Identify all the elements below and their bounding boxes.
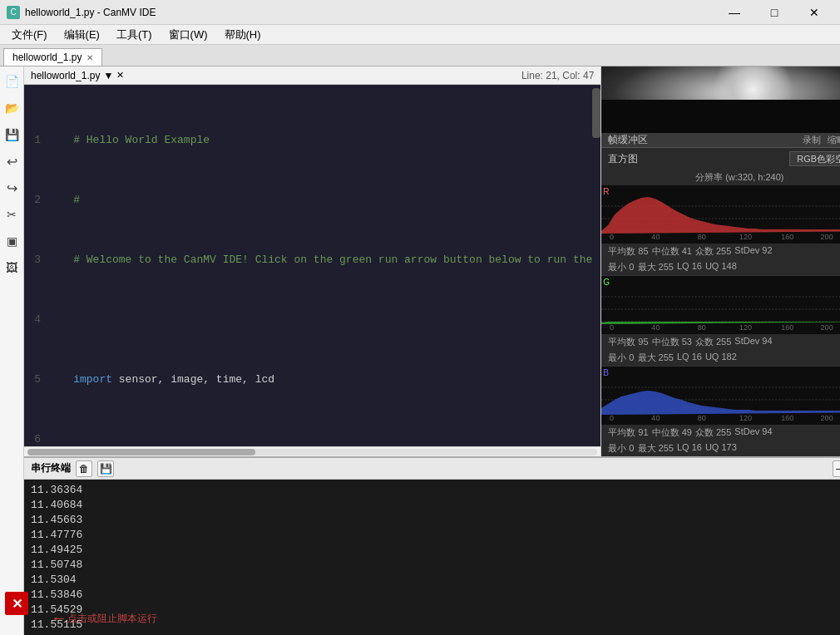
terminal-minimize-button[interactable]: —	[833, 460, 840, 477]
svg-text:0: 0	[610, 323, 614, 332]
blue-channel-stats-1: 平均数 91 中位数 49 众数 255 StDev 94	[601, 425, 840, 441]
histogram-header: 直方图 RGB色彩空间	[601, 148, 840, 170]
svg-text:80: 80	[698, 414, 706, 422]
window-title: helloworld_1.py - CanMV IDE	[25, 7, 156, 18]
menu-tools[interactable]: 工具(T)	[108, 26, 161, 44]
terminal-clear-button[interactable]: 🗑	[76, 460, 92, 477]
code-line-4: 4	[24, 313, 592, 327]
right-panel: 帧缓冲区 录制 缩略 禁用 直方图 RGB色彩空间 分辨率	[601, 66, 840, 456]
color-space-select[interactable]: RGB色彩空间	[789, 151, 840, 166]
svg-text:80: 80	[698, 323, 706, 332]
histogram-green-channel: G 0 40 80 120 160 200 240	[601, 276, 840, 367]
stop-hint: ← 点击或阻止脚本运行	[54, 609, 157, 628]
stop-run-button[interactable]: ✕	[5, 592, 28, 615]
terminal-content[interactable]: 11.36364 11.40684 11.45663 11.47776 11.4…	[24, 480, 840, 635]
window-controls: — □ ✕	[715, 0, 833, 25]
h-scrollbar-track[interactable]	[27, 449, 597, 455]
framebuffer-label: 帧缓冲区	[608, 133, 648, 147]
editor-scrollbar[interactable]	[592, 85, 600, 446]
blue-lq: LQ 16	[677, 442, 702, 455]
code-line-5: 5 import sensor, image, time, lcd	[24, 372, 592, 387]
terminal-save-button[interactable]: 💾	[97, 460, 114, 477]
file-tab-helloworld[interactable]: helloworld_1.py ✕	[3, 48, 102, 66]
green-stdev: StDev 94	[734, 336, 772, 348]
green-histogram-canvas: G 0 40 80 120 160 200 240	[601, 276, 840, 334]
svg-text:160: 160	[782, 233, 794, 241]
red-mode: 众数 255	[695, 245, 731, 258]
svg-marker-21	[601, 278, 840, 324]
editor-close-icon[interactable]: ✕	[116, 70, 124, 81]
stop-hint-text: 点击或阻止脚本运行	[67, 612, 157, 626]
shrink-button[interactable]: 缩略	[828, 134, 840, 146]
terminal-title: 串行终端	[31, 461, 71, 475]
green-histogram-svg: 0 40 80 120 160 200 240	[601, 276, 840, 334]
red-min: 最小 0	[608, 261, 634, 273]
histogram-subheader: 分辨率 (w:320, h:240)	[601, 170, 840, 185]
svg-text:200: 200	[821, 233, 833, 241]
red-median: 中位数 41	[652, 245, 692, 258]
arrow-icon: ←	[54, 609, 64, 628]
svg-marker-10	[601, 187, 840, 234]
green-lq: LQ 16	[677, 352, 702, 364]
app-icon: C	[7, 6, 20, 19]
red-lq: LQ 16	[677, 261, 702, 273]
tab-close-button[interactable]: ✕	[86, 53, 93, 62]
svg-text:0: 0	[610, 414, 614, 422]
svg-text:40: 40	[652, 414, 660, 422]
blue-max: 最大 255	[638, 442, 674, 455]
code-editor[interactable]: 1 # Hello World Example 2 # 3 # Welcome	[24, 85, 600, 446]
green-avg: 平均数 95	[608, 336, 648, 348]
right-panel-header: 帧缓冲区 录制 缩略 禁用	[601, 133, 840, 148]
blue-min: 最小 0	[608, 442, 634, 455]
term-line-3: 11.45663	[31, 513, 840, 528]
red-channel-stats-1: 平均数 85 中位数 41 众数 255 StDev 92	[601, 244, 840, 259]
svg-text:80: 80	[698, 233, 706, 241]
image-button[interactable]: 🖼	[0, 256, 23, 279]
histogram-title: 直方图	[608, 152, 638, 166]
title-bar: C helloworld_1.py - CanMV IDE — □ ✕	[0, 0, 840, 25]
scissors-button[interactable]: ✂	[0, 203, 23, 226]
red-stdev: StDev 92	[734, 245, 772, 258]
terminal-panel: 串行终端 🗑 💾 — □ 11.36364 11.40684 11.45663 …	[24, 456, 840, 635]
histogram-red-channel: R 0 40 80 120 160 200 240	[601, 185, 840, 276]
red-uq: UQ 148	[705, 261, 737, 273]
menu-help[interactable]: 帮助(H)	[216, 26, 269, 44]
menu-window[interactable]: 窗口(W)	[161, 26, 216, 44]
green-max: 最大 255	[638, 352, 674, 364]
editor-file-label: helloworld_1.py ▼ ✕	[31, 70, 124, 81]
close-button[interactable]: ✕	[795, 0, 833, 25]
code-line-1: 1 # Hello World Example	[24, 133, 592, 148]
cursor-position: Line: 21, Col: 47	[521, 70, 594, 81]
blue-histogram-canvas: B 0 40 80 120 160 200 240	[601, 367, 840, 425]
record-button[interactable]: 录制	[803, 134, 821, 146]
menu-edit[interactable]: 编辑(E)	[56, 26, 108, 44]
blue-stdev: StDev 94	[734, 426, 772, 439]
term-line-6: 11.50748	[31, 558, 840, 573]
grid-button[interactable]: ▣	[0, 229, 23, 253]
save-file-button[interactable]: 💾	[0, 123, 23, 146]
svg-text:160: 160	[782, 414, 794, 422]
svg-text:40: 40	[652, 323, 660, 332]
new-file-button[interactable]: 📄	[0, 70, 23, 93]
code-content: 1 # Hello World Example 2 # 3 # Welcome	[24, 85, 592, 446]
content-area: helloworld_1.py ▼ ✕ Line: 21, Col: 47 1 …	[24, 66, 840, 635]
blue-channel-stats-2: 最小 0 最大 255 LQ 16 UQ 173	[601, 441, 840, 456]
h-scrollbar-thumb[interactable]	[27, 449, 255, 455]
code-line-6: 6	[24, 432, 592, 446]
redo-button[interactable]: ↪	[0, 176, 23, 199]
blue-uq: UQ 173	[705, 442, 737, 455]
editor-dropdown-icon[interactable]: ▼	[103, 70, 113, 81]
undo-button[interactable]: ↩	[0, 150, 23, 173]
menu-file[interactable]: 文件(F)	[3, 26, 56, 44]
left-toolbar: 📄 📂 💾 ↩ ↪ ✂ ▣ 🖼	[0, 66, 24, 635]
editor-scrollbar-thumb[interactable]	[592, 88, 600, 138]
green-min: 最小 0	[608, 352, 634, 364]
minimize-button[interactable]: —	[715, 0, 754, 25]
blue-avg: 平均数 91	[608, 426, 648, 439]
code-line-2: 2 #	[24, 193, 592, 208]
maximize-button[interactable]: □	[755, 0, 793, 25]
camera-view	[601, 66, 840, 133]
open-file-button[interactable]: 📂	[0, 96, 23, 120]
green-channel-stats-1: 平均数 95 中位数 53 众数 255 StDev 94	[601, 334, 840, 350]
red-histogram-canvas: R 0 40 80 120 160 200 240	[601, 185, 840, 244]
